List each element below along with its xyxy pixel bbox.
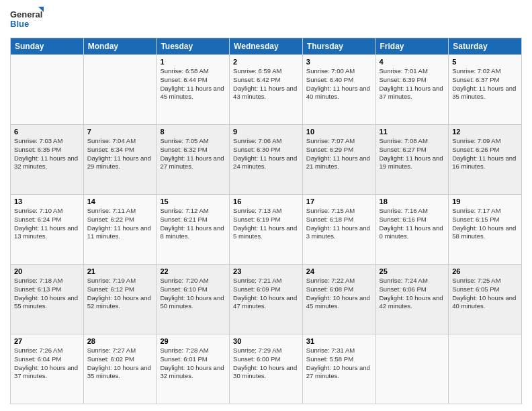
calendar-day-cell: 22Sunrise: 7:20 AM Sunset: 6:10 PM Dayli… xyxy=(157,265,230,334)
header: General Blue xyxy=(10,7,522,32)
day-info: Sunrise: 7:07 AM Sunset: 6:29 PM Dayligh… xyxy=(306,137,372,171)
day-info: Sunrise: 7:05 AM Sunset: 6:32 PM Dayligh… xyxy=(160,137,226,171)
day-number: 2 xyxy=(233,58,299,66)
calendar-day-cell: 13Sunrise: 7:10 AM Sunset: 6:24 PM Dayli… xyxy=(11,195,84,265)
day-number: 29 xyxy=(160,337,226,345)
calendar-day-header: Sunday xyxy=(11,38,84,55)
calendar-day-cell: 23Sunrise: 7:21 AM Sunset: 6:09 PM Dayli… xyxy=(230,265,303,334)
day-number: 11 xyxy=(380,128,445,136)
calendar-day-cell: 26Sunrise: 7:25 AM Sunset: 6:05 PM Dayli… xyxy=(449,265,522,334)
calendar-day-cell: 8Sunrise: 7:05 AM Sunset: 6:32 PM Daylig… xyxy=(157,125,230,195)
calendar-table: SundayMondayTuesdayWednesdayThursdayFrid… xyxy=(10,38,522,404)
svg-text:General: General xyxy=(10,9,42,19)
calendar-day-cell xyxy=(11,55,84,125)
day-number: 28 xyxy=(87,337,153,345)
calendar-day-header: Thursday xyxy=(302,38,375,55)
day-info: Sunrise: 7:27 AM Sunset: 6:02 PM Dayligh… xyxy=(87,347,153,381)
logo-svg: General Blue xyxy=(10,7,44,32)
calendar-day-cell: 24Sunrise: 7:22 AM Sunset: 6:08 PM Dayli… xyxy=(302,265,375,334)
calendar-day-cell: 15Sunrise: 7:12 AM Sunset: 6:21 PM Dayli… xyxy=(157,195,230,265)
day-number: 3 xyxy=(306,58,372,66)
calendar-day-header: Monday xyxy=(83,38,157,55)
day-number: 21 xyxy=(87,267,153,275)
day-info: Sunrise: 7:31 AM Sunset: 5:58 PM Dayligh… xyxy=(306,347,372,381)
calendar-day-cell: 29Sunrise: 7:28 AM Sunset: 6:01 PM Dayli… xyxy=(157,334,230,404)
calendar-week-row: 13Sunrise: 7:10 AM Sunset: 6:24 PM Dayli… xyxy=(11,195,522,265)
calendar-day-cell: 20Sunrise: 7:18 AM Sunset: 6:13 PM Dayli… xyxy=(11,265,84,334)
calendar-day-cell: 28Sunrise: 7:27 AM Sunset: 6:02 PM Dayli… xyxy=(83,334,157,404)
day-number: 20 xyxy=(14,267,80,275)
day-number: 18 xyxy=(380,197,445,205)
day-info: Sunrise: 7:11 AM Sunset: 6:22 PM Dayligh… xyxy=(87,207,153,241)
day-info: Sunrise: 7:08 AM Sunset: 6:27 PM Dayligh… xyxy=(380,137,445,171)
day-info: Sunrise: 7:20 AM Sunset: 6:10 PM Dayligh… xyxy=(160,277,226,311)
day-number: 1 xyxy=(160,58,226,66)
day-info: Sunrise: 7:25 AM Sunset: 6:05 PM Dayligh… xyxy=(452,277,518,311)
day-info: Sunrise: 7:29 AM Sunset: 6:00 PM Dayligh… xyxy=(233,347,299,381)
calendar-day-header: Saturday xyxy=(449,38,522,55)
day-info: Sunrise: 7:16 AM Sunset: 6:16 PM Dayligh… xyxy=(380,207,445,241)
calendar-week-row: 27Sunrise: 7:26 AM Sunset: 6:04 PM Dayli… xyxy=(11,334,522,404)
calendar-day-cell: 4Sunrise: 7:01 AM Sunset: 6:39 PM Daylig… xyxy=(375,55,449,125)
calendar-day-cell: 19Sunrise: 7:17 AM Sunset: 6:15 PM Dayli… xyxy=(449,195,522,265)
calendar-header-row: SundayMondayTuesdayWednesdayThursdayFrid… xyxy=(11,38,522,55)
day-number: 10 xyxy=(306,128,372,136)
day-info: Sunrise: 7:28 AM Sunset: 6:01 PM Dayligh… xyxy=(160,347,226,381)
day-info: Sunrise: 7:09 AM Sunset: 6:26 PM Dayligh… xyxy=(452,137,518,171)
day-info: Sunrise: 7:02 AM Sunset: 6:37 PM Dayligh… xyxy=(452,67,518,101)
day-number: 16 xyxy=(233,197,299,205)
day-info: Sunrise: 7:18 AM Sunset: 6:13 PM Dayligh… xyxy=(14,277,80,311)
day-info: Sunrise: 7:22 AM Sunset: 6:08 PM Dayligh… xyxy=(306,277,372,311)
calendar-day-cell: 31Sunrise: 7:31 AM Sunset: 5:58 PM Dayli… xyxy=(302,334,375,404)
calendar-day-header: Friday xyxy=(375,38,449,55)
calendar-day-cell: 2Sunrise: 6:59 AM Sunset: 6:42 PM Daylig… xyxy=(230,55,303,125)
day-number: 9 xyxy=(233,128,299,136)
calendar-day-header: Tuesday xyxy=(157,38,230,55)
day-number: 15 xyxy=(160,197,226,205)
day-number: 6 xyxy=(14,128,80,136)
calendar-day-header: Wednesday xyxy=(230,38,303,55)
day-number: 30 xyxy=(233,337,299,345)
day-number: 13 xyxy=(14,197,80,205)
calendar-day-cell: 16Sunrise: 7:13 AM Sunset: 6:19 PM Dayli… xyxy=(230,195,303,265)
day-number: 5 xyxy=(452,58,518,66)
day-info: Sunrise: 7:00 AM Sunset: 6:40 PM Dayligh… xyxy=(306,67,372,101)
calendar-day-cell: 27Sunrise: 7:26 AM Sunset: 6:04 PM Dayli… xyxy=(11,334,84,404)
day-number: 31 xyxy=(306,337,372,345)
day-number: 19 xyxy=(452,197,518,205)
calendar-day-cell: 10Sunrise: 7:07 AM Sunset: 6:29 PM Dayli… xyxy=(302,125,375,195)
day-info: Sunrise: 6:59 AM Sunset: 6:42 PM Dayligh… xyxy=(233,67,299,101)
day-info: Sunrise: 7:24 AM Sunset: 6:06 PM Dayligh… xyxy=(380,277,445,311)
day-number: 24 xyxy=(306,267,372,275)
day-number: 23 xyxy=(233,267,299,275)
day-info: Sunrise: 7:17 AM Sunset: 6:15 PM Dayligh… xyxy=(452,207,518,241)
day-number: 22 xyxy=(160,267,226,275)
calendar-day-cell: 9Sunrise: 7:06 AM Sunset: 6:30 PM Daylig… xyxy=(230,125,303,195)
calendar-day-cell: 17Sunrise: 7:15 AM Sunset: 6:18 PM Dayli… xyxy=(302,195,375,265)
day-number: 12 xyxy=(452,128,518,136)
day-number: 14 xyxy=(87,197,153,205)
calendar-day-cell: 12Sunrise: 7:09 AM Sunset: 6:26 PM Dayli… xyxy=(449,125,522,195)
day-number: 8 xyxy=(160,128,226,136)
calendar-day-cell: 18Sunrise: 7:16 AM Sunset: 6:16 PM Dayli… xyxy=(375,195,449,265)
calendar-day-cell: 11Sunrise: 7:08 AM Sunset: 6:27 PM Dayli… xyxy=(375,125,449,195)
day-number: 27 xyxy=(14,337,80,345)
day-info: Sunrise: 7:21 AM Sunset: 6:09 PM Dayligh… xyxy=(233,277,299,311)
calendar-day-cell: 7Sunrise: 7:04 AM Sunset: 6:34 PM Daylig… xyxy=(83,125,157,195)
day-info: Sunrise: 7:06 AM Sunset: 6:30 PM Dayligh… xyxy=(233,137,299,171)
calendar-day-cell xyxy=(449,334,522,404)
calendar-day-cell: 5Sunrise: 7:02 AM Sunset: 6:37 PM Daylig… xyxy=(449,55,522,125)
day-number: 7 xyxy=(87,128,153,136)
day-info: Sunrise: 7:10 AM Sunset: 6:24 PM Dayligh… xyxy=(14,207,80,241)
day-info: Sunrise: 7:26 AM Sunset: 6:04 PM Dayligh… xyxy=(14,347,80,381)
svg-text:Blue: Blue xyxy=(10,19,29,29)
day-info: Sunrise: 7:12 AM Sunset: 6:21 PM Dayligh… xyxy=(160,207,226,241)
calendar-day-cell: 6Sunrise: 7:03 AM Sunset: 6:35 PM Daylig… xyxy=(11,125,84,195)
calendar-week-row: 1Sunrise: 6:58 AM Sunset: 6:44 PM Daylig… xyxy=(11,55,522,125)
calendar-day-cell: 21Sunrise: 7:19 AM Sunset: 6:12 PM Dayli… xyxy=(83,265,157,334)
calendar-day-cell: 1Sunrise: 6:58 AM Sunset: 6:44 PM Daylig… xyxy=(157,55,230,125)
calendar-day-cell: 30Sunrise: 7:29 AM Sunset: 6:00 PM Dayli… xyxy=(230,334,303,404)
day-info: Sunrise: 7:01 AM Sunset: 6:39 PM Dayligh… xyxy=(380,67,445,101)
calendar-day-cell: 3Sunrise: 7:00 AM Sunset: 6:40 PM Daylig… xyxy=(302,55,375,125)
calendar-week-row: 6Sunrise: 7:03 AM Sunset: 6:35 PM Daylig… xyxy=(11,125,522,195)
